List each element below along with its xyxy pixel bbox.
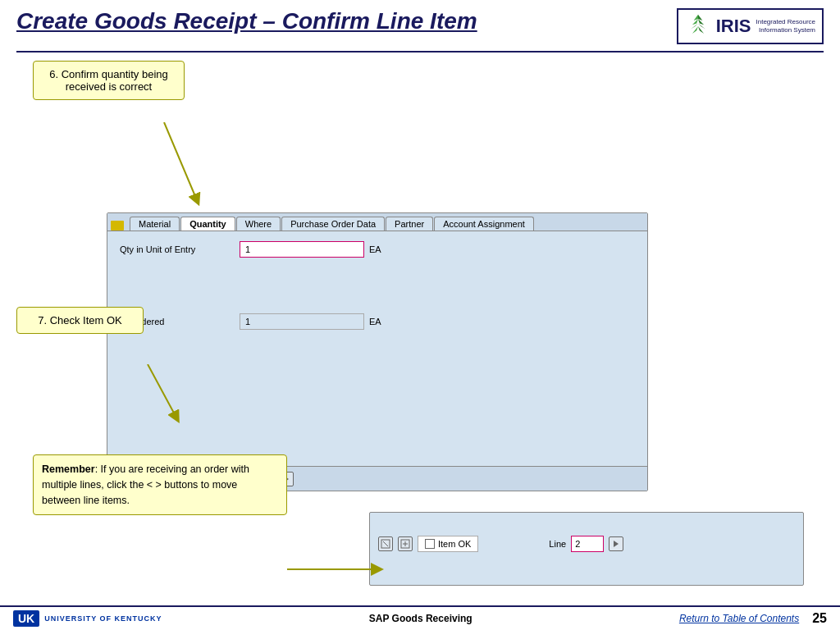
tab-account[interactable]: Account Assignment <box>434 217 534 231</box>
qty-unit-entry-input[interactable] <box>240 241 364 258</box>
logo-area: IRIS Integrated ResourceInformation Syst… <box>677 8 824 44</box>
footer-right: Return to Table of Contents 25 <box>679 611 827 626</box>
header: Create Goods Receipt – Confirm Line Item… <box>0 0 840 44</box>
item-ok-label-2: Item OK <box>438 539 471 549</box>
main-content: 6. Confirm quantity being received is co… <box>0 52 840 627</box>
tab-quantity[interactable]: Quantity <box>180 217 235 231</box>
tab-partner[interactable]: Partner <box>386 217 433 231</box>
page-title: Create Goods Receipt – Confirm Line Item <box>16 8 477 34</box>
svg-line-8 <box>164 122 197 200</box>
qty-ordered-input[interactable] <box>240 313 364 330</box>
remember-bold: Remember <box>42 463 95 475</box>
uk-logo: UK <box>13 610 39 627</box>
qty-unit-entry-row: Qty in Unit of Entry EA <box>120 241 635 258</box>
tab-purchase-order[interactable]: Purchase Order Data <box>281 217 385 231</box>
sap-icon-btn-5[interactable] <box>398 536 413 551</box>
tab-where[interactable]: Where <box>236 217 281 231</box>
callout-1: 6. Confirm quantity being received is co… <box>33 61 185 100</box>
svg-line-15 <box>383 541 388 546</box>
return-link[interactable]: Return to Table of Contents <box>679 613 799 624</box>
folder-icon <box>111 221 124 231</box>
qty-ordered-row: ity Ordered EA <box>120 313 635 330</box>
sap-screen-1: Material Quantity Where Purchase Order D… <box>107 212 648 491</box>
icon-5 <box>400 539 410 549</box>
logo-box: IRIS Integrated ResourceInformation Syst… <box>677 8 824 44</box>
item-ok-checkbox-2[interactable]: Item OK <box>418 536 478 552</box>
svg-marker-1 <box>693 15 697 21</box>
qty-ordered-unit: EA <box>369 317 381 326</box>
line-input-2[interactable] <box>571 536 604 552</box>
nav-icon-2 <box>611 539 621 549</box>
sap-icon-btn-6[interactable] <box>609 536 623 551</box>
checkbox-2[interactable] <box>425 539 435 549</box>
sap-screen-2-bar: Item OK Line <box>378 536 795 552</box>
sap-body: Qty in Unit of Entry EA ity Ordered EA <box>107 231 647 369</box>
sap-tabs: Material Quantity Where Purchase Order D… <box>107 213 647 231</box>
svg-marker-0 <box>698 15 702 21</box>
callout-3: Remember: If you are receiving an order … <box>33 454 287 515</box>
sap-screen-2: Item OK Line <box>369 512 804 586</box>
logo-text: IRIS <box>716 16 751 37</box>
callout1-arrow <box>139 122 238 221</box>
footer-uk: UK University of Kentucky <box>13 610 162 627</box>
qty-unit-entry-label: Qty in Unit of Entry <box>120 244 235 254</box>
spacer <box>120 264 635 313</box>
footer-center: SAP Goods Receiving <box>369 613 472 624</box>
logo-subtitle: Integrated ResourceInformation System <box>756 18 816 35</box>
page-number: 25 <box>812 611 827 626</box>
icon-4 <box>381 539 390 549</box>
line-label-2: Line <box>549 539 566 549</box>
uk-text: University of Kentucky <box>44 614 162 623</box>
iris-icon <box>685 13 711 39</box>
qty-unit-entry-unit: EA <box>369 244 381 254</box>
sap-icon-btn-4[interactable] <box>378 536 393 551</box>
callout-2: 7. Check Item OK <box>16 307 144 334</box>
tab-material[interactable]: Material <box>130 217 180 231</box>
footer: UK University of Kentucky SAP Goods Rece… <box>0 605 840 630</box>
